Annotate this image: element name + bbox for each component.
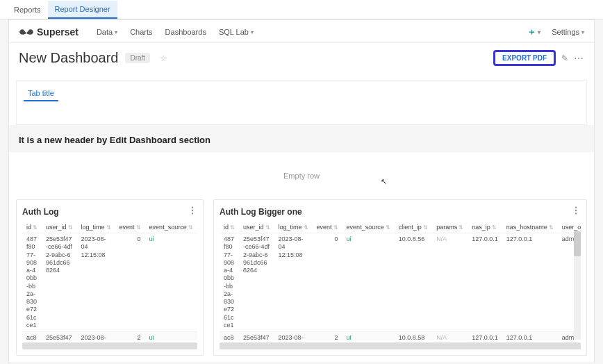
table-cell: ui <box>145 233 197 332</box>
column-header[interactable]: nas_ip⇅ <box>468 222 502 233</box>
column-header[interactable]: id⇅ <box>220 222 239 233</box>
chevron-down-icon: ▾ <box>115 29 117 35</box>
column-header[interactable]: id⇅ <box>22 222 42 233</box>
cursor-icon: ↖ <box>381 177 387 186</box>
table-cell: ui <box>145 332 197 340</box>
column-header[interactable]: event⇅ <box>115 222 145 233</box>
dashboard-tabs: Tab title <box>16 80 587 125</box>
table-cell: 25e53f47-ce66-4df2-9abc-6961dc668264 <box>42 332 77 340</box>
table-cell: 487f8077-908a-40bb-bb2a-830e7261cce1 <box>220 233 239 332</box>
table-row[interactable]: ac8c6d1a-48a6-4c69-978c-c7afbb807ad125e5… <box>220 332 581 340</box>
app-container: Superset Data▾ Charts Dashboards SQL Lab… <box>8 19 595 363</box>
table-cell: ac8c6d1a-48a6-4c69-978c-c7afbb807ad1 <box>220 332 239 340</box>
svg-point-1 <box>192 210 193 211</box>
table-cell: 127.0.0.1 <box>468 332 502 340</box>
table-cell: 2023-08-04 12:15:47 <box>77 332 115 340</box>
table-auth-log[interactable]: id⇅user_id⇅log_time⇅event⇅event_source⇅c… <box>22 222 197 340</box>
column-header[interactable]: log_time⇅ <box>77 222 115 233</box>
star-icon[interactable]: ☆ <box>160 53 167 63</box>
chart-title[interactable]: Auth Log Bigger one <box>220 207 302 217</box>
table-cell: ui <box>342 233 395 332</box>
vertical-scrollbar[interactable] <box>574 231 581 340</box>
column-header[interactable]: event_source⇅ <box>342 222 395 233</box>
table-cell: 10.0.8.56 <box>395 233 433 332</box>
settings-menu[interactable]: Settings▾ <box>552 28 584 36</box>
table-cell: 2023-08-04 12:15:08 <box>274 233 313 332</box>
table-cell: N/A <box>432 332 468 340</box>
tab-reports[interactable]: Reports <box>7 1 48 18</box>
table-row[interactable]: 487f8077-908a-40bb-bb2a-830e7261cce125e5… <box>220 233 581 332</box>
dashboard-title[interactable]: New Dashboard <box>19 50 118 66</box>
svg-point-4 <box>575 210 577 211</box>
table-cell: 487f8077-908a-40bb-bb2a-830e7261cce1 <box>22 233 42 332</box>
svg-point-3 <box>575 206 577 208</box>
chevron-down-icon: ▾ <box>581 29 584 35</box>
column-header[interactable]: nas_hostname⇅ <box>502 222 558 233</box>
column-header[interactable]: params⇅ <box>432 222 468 233</box>
brand-name: Superset <box>37 26 79 38</box>
column-header[interactable]: event_source⇅ <box>145 222 197 233</box>
chart-menu-icon[interactable] <box>571 206 581 217</box>
nav-sqllab[interactable]: SQL Lab▾ <box>219 28 254 36</box>
nav-data[interactable]: Data▾ <box>97 28 117 36</box>
table-cell: 2 <box>115 332 145 340</box>
chevron-down-icon: ▾ <box>251 29 254 35</box>
table-cell: 0 <box>313 233 342 332</box>
table-cell: 0 <box>115 233 145 332</box>
charts-row: Auth Log id⇅user_id⇅log_time⇅event⇅event… <box>9 199 594 363</box>
table-cell: ui <box>342 332 395 340</box>
logo[interactable]: Superset <box>19 26 79 38</box>
table-cell: N/A <box>432 233 468 332</box>
svg-point-5 <box>575 213 577 214</box>
table-cell: 25e53f47-ce66-4df2-9abc-6961dc668264 <box>239 332 274 340</box>
table-cell: 2 <box>313 332 342 340</box>
table-cell: 25e53f47-ce66-4df2-9abc-6961dc668264 <box>239 233 274 332</box>
table-row[interactable]: 487f8077-908a-40bb-bb2a-830e7261cce125e5… <box>22 233 197 332</box>
svg-point-0 <box>192 206 193 208</box>
draft-badge: Draft <box>125 53 150 63</box>
horizontal-scrollbar[interactable] <box>220 342 581 349</box>
table-cell: 127.0.0.1 <box>502 233 558 332</box>
more-menu-icon[interactable]: ⋯ <box>574 53 584 64</box>
chevron-down-icon: ▾ <box>538 29 540 35</box>
edit-icon[interactable]: ✎ <box>561 53 568 63</box>
section-header: It is a new header by Edit Dashboard sec… <box>9 125 594 152</box>
column-header[interactable]: user_id⇅ <box>42 222 77 233</box>
dashboard-title-row: New Dashboard Draft ☆ EXPORT PDF ✎ ⋯ <box>9 43 594 76</box>
nav-charts[interactable]: Charts <box>130 28 152 36</box>
superset-logo-icon <box>19 27 34 37</box>
export-pdf-button[interactable]: EXPORT PDF <box>493 50 556 66</box>
column-header[interactable]: client_ip⇅ <box>395 222 433 233</box>
header-right: ＋▾ Settings▾ <box>527 26 584 38</box>
nav-menu: Data▾ Charts Dashboards SQL Lab▾ <box>97 28 254 36</box>
dashboard-tab[interactable]: Tab title <box>24 86 58 101</box>
table-cell: 2023-08-04 12:15:08 <box>77 233 115 332</box>
chart-auth-log: Auth Log id⇅user_id⇅log_time⇅event⇅event… <box>16 199 204 356</box>
horizontal-scrollbar[interactable] <box>22 342 197 349</box>
table-cell: 2023-08-04 12:15:47 <box>274 332 313 340</box>
svg-point-2 <box>192 213 193 214</box>
table-row[interactable]: ac8c6d1a-48a6-4c69-978c-c7afbb807ad125e5… <box>22 332 197 340</box>
column-header[interactable]: log_time⇅ <box>274 222 313 233</box>
nav-dashboards[interactable]: Dashboards <box>165 28 206 36</box>
app-header: Superset Data▾ Charts Dashboards SQL Lab… <box>9 20 594 43</box>
chart-auth-log-bigger: Auth Log Bigger one id⇅user_id⇅log_time⇅… <box>213 199 587 356</box>
new-button[interactable]: ＋▾ <box>527 26 540 38</box>
table-cell: ac8c6d1a-48a6-4c69-978c-c7afbb807ad1 <box>22 332 42 340</box>
table-cell: 127.0.0.1 <box>468 233 502 332</box>
table-cell: 10.0.8.58 <box>395 332 433 340</box>
top-tabs: Reports Report Designer <box>0 0 603 19</box>
tab-report-designer[interactable]: Report Designer <box>48 1 117 19</box>
table-cell: 25e53f47-ce66-4df2-9abc-6961dc668264 <box>42 233 77 332</box>
chart-title[interactable]: Auth Log <box>22 207 59 217</box>
table-auth-log-bigger[interactable]: id⇅user_id⇅log_time⇅event⇅event_source⇅c… <box>220 222 581 340</box>
chart-menu-icon[interactable] <box>188 206 197 217</box>
column-header[interactable]: user_id⇅ <box>239 222 274 233</box>
table-cell: 127.0.0.1 <box>502 332 558 340</box>
column-header[interactable]: event⇅ <box>313 222 342 233</box>
empty-row-placeholder[interactable]: Empty row <box>9 152 594 199</box>
